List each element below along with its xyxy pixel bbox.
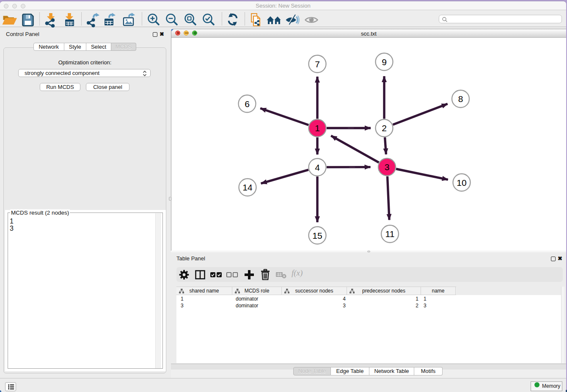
svg-text:9: 9 [382, 57, 387, 67]
svg-text:1: 1 [315, 123, 320, 133]
svg-text:4: 4 [315, 163, 320, 172]
svg-text:11: 11 [385, 229, 395, 239]
svg-text:7: 7 [315, 59, 320, 69]
svg-text:6: 6 [245, 99, 250, 109]
svg-text:14: 14 [242, 182, 253, 192]
svg-text:10: 10 [457, 178, 466, 188]
svg-text:15: 15 [312, 231, 322, 240]
svg-text:8: 8 [458, 94, 463, 104]
svg-text:3: 3 [385, 162, 390, 172]
svg-text:2: 2 [382, 123, 387, 133]
